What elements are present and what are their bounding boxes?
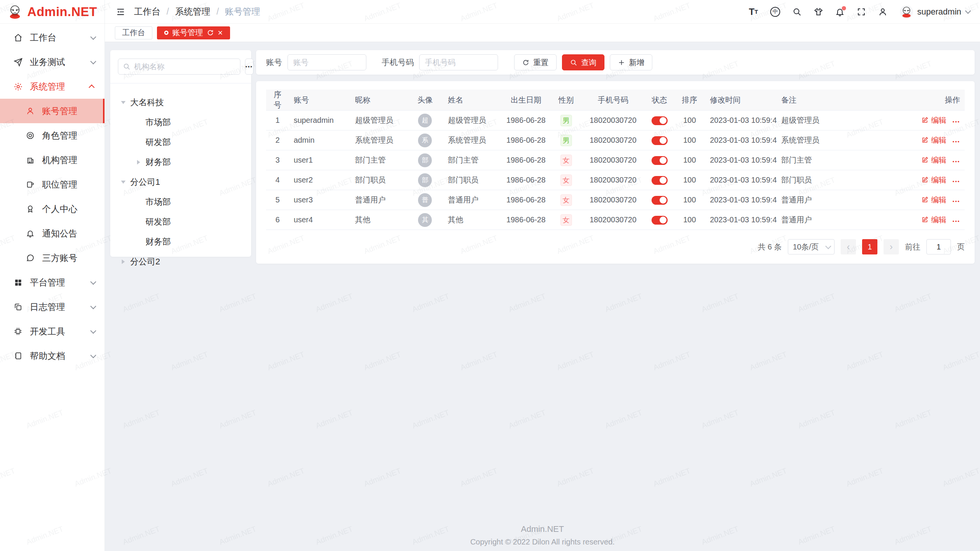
more-actions-button[interactable] [952,218,960,224]
sidebar-item-workbench[interactable]: 工作台 [0,25,105,50]
fullscreen-icon[interactable] [857,7,866,16]
tab-workbench[interactable]: 工作台 [115,26,152,39]
status-toggle[interactable] [652,216,668,225]
sidebar-item-third-party-account[interactable]: 三方账号 [0,246,105,270]
search-icon[interactable] [792,7,802,16]
sidebar-item-help-docs[interactable]: 帮助文档 [0,344,105,368]
tree-node[interactable]: 市场部 [118,112,243,132]
font-size-icon[interactable]: TT [749,7,758,17]
chevron-down-icon [90,352,96,358]
gender-badge: 男 [560,135,572,146]
search-icon [570,59,577,66]
edit-button[interactable]: 编辑 [921,215,946,225]
status-toggle[interactable] [652,156,668,165]
breadcrumb-separator: / [216,7,219,17]
language-icon[interactable]: 中 [770,7,780,17]
profile-icon[interactable] [878,7,887,16]
status-toggle[interactable] [652,196,668,205]
page-size-select[interactable]: 10条/页 [788,239,835,254]
goto-page-input[interactable] [926,239,951,254]
collapse-sidebar-icon[interactable] [116,7,126,17]
more-actions-button[interactable] [952,159,960,165]
more-actions-button[interactable] [952,179,960,184]
sidebar-item-personal-center[interactable]: 个人中心 [0,197,105,221]
more-actions-button[interactable] [952,139,960,145]
tree-node-label: 市场部 [145,196,171,208]
tree-node[interactable]: 大名科技 [118,93,243,112]
sidebar-item-label: 系统管理 [30,81,90,93]
account-filter-input[interactable] [287,54,366,70]
caret-right-icon[interactable] [137,160,140,165]
status-toggle[interactable] [652,176,668,185]
refresh-icon[interactable] [207,29,214,36]
sidebar-item-business-test[interactable]: 业务测试 [0,50,105,74]
tab-label: 账号管理 [172,28,203,38]
caret-placeholder [137,220,140,224]
prev-page-button[interactable]: ‹ [841,239,856,254]
footer-title: Admin.NET [105,524,980,534]
tree-more-button[interactable] [245,59,253,75]
notification-icon[interactable] [835,7,844,16]
status-toggle[interactable] [652,116,668,125]
medal-icon [25,205,35,213]
edit-button[interactable]: 编辑 [921,135,946,145]
sidebar-item-platform-management[interactable]: 平台管理 [0,270,105,295]
tree-node[interactable]: 财务部 [118,152,243,172]
page-number-button[interactable]: 1 [862,239,877,254]
sidebar-item-position-management[interactable]: 职位管理 [0,172,105,197]
edit-button[interactable]: 编辑 [921,175,946,185]
avatar: 其 [418,213,432,227]
goto-unit-label: 页 [957,242,965,252]
user-menu[interactable]: superadmin [900,5,969,19]
accounts-table-card: 序号 账号 昵称 头像 姓名 出生日期 性别 手机号码 状态 排序 修改时间 [256,81,975,264]
sidebar-item-dev-tools[interactable]: 开发工具 [0,319,105,344]
notebook-icon [13,352,23,360]
sidebar-item-org-management[interactable]: 机构管理 [0,148,105,172]
breadcrumb-item[interactable]: 系统管理 [175,6,210,18]
account-filter-label: 账号 [266,57,282,68]
more-actions-button[interactable] [952,199,960,204]
edit-button[interactable]: 编辑 [921,195,946,205]
sidebar-item-role-management[interactable]: 角色管理 [0,123,105,148]
breadcrumb-item[interactable]: 工作台 [134,6,160,18]
more-actions-button[interactable] [952,119,960,125]
avatar [900,5,913,19]
phone-filter-input[interactable] [419,54,498,70]
sidebar-item-label: 个人中心 [42,203,77,215]
next-page-button[interactable]: › [884,239,899,254]
tree-node[interactable]: 分公司1 [118,172,243,192]
username: superadmin [917,7,961,17]
theme-icon[interactable] [814,7,823,16]
tree-node[interactable]: 研发部 [118,212,243,232]
sidebar-item-log-management[interactable]: 日志管理 [0,295,105,319]
sidebar-submenu: 账号管理 角色管理 机构管理 [0,99,105,270]
caret-right-icon[interactable] [122,259,125,264]
tree-node[interactable]: 财务部 [118,232,243,252]
tree-node[interactable]: 研发部 [118,132,243,152]
close-icon[interactable]: × [218,29,223,37]
query-button[interactable]: 查询 [562,54,604,70]
col-account: 账号 [289,90,350,111]
main-area: 工作台 / 系统管理 / 账号管理 TT 中 [105,0,980,551]
avatar: 部 [418,153,432,167]
tree-node[interactable]: 分公司2 [118,252,243,272]
tab-account-management[interactable]: 账号管理 × [157,26,230,39]
org-search-box [118,59,240,75]
tree-node[interactable]: 市场部 [118,192,243,212]
caret-down-icon[interactable] [121,181,126,184]
org-search-input[interactable] [134,62,235,71]
sidebar-item-system-management[interactable]: 系统管理 [0,74,105,99]
status-toggle[interactable] [652,136,668,145]
edit-button[interactable]: 编辑 [921,115,946,126]
caret-down-icon[interactable] [121,101,126,104]
table-row: 3 user1 部门主管 部 部门主管 1986-06-28 女 1802003… [266,150,965,170]
col-name: 姓名 [443,90,501,111]
top-navbar: 工作台 / 系统管理 / 账号管理 TT 中 [105,0,980,24]
sidebar-item-account-management[interactable]: 账号管理 [0,99,105,123]
tree-node-label: 市场部 [145,117,171,128]
col-avatar: 头像 [407,90,443,111]
reset-button[interactable]: 重置 [514,54,557,70]
edit-button[interactable]: 编辑 [921,155,946,165]
add-button[interactable]: 新增 [610,54,652,70]
sidebar-item-notice[interactable]: 通知公告 [0,221,105,246]
